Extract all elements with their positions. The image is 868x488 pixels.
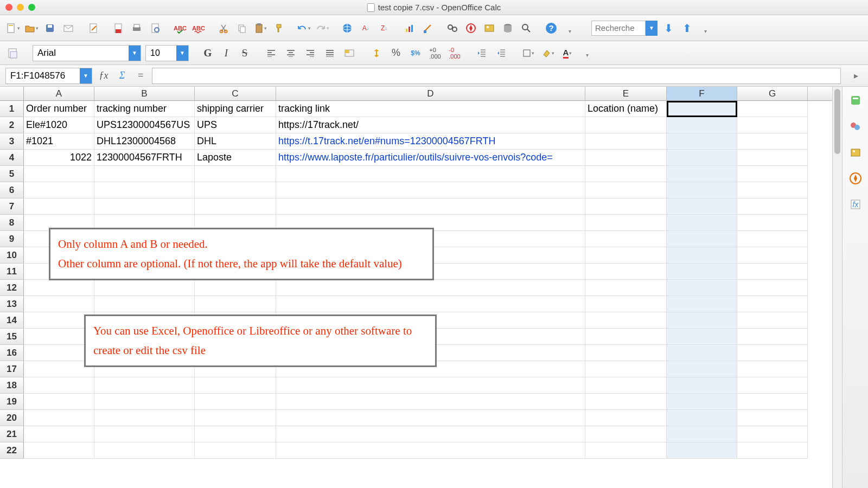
row-header[interactable]: 4 bbox=[0, 150, 24, 166]
cell-D19[interactable] bbox=[276, 394, 585, 410]
cell-D13[interactable] bbox=[276, 296, 585, 312]
row-header[interactable]: 10 bbox=[0, 247, 24, 264]
column-header-G[interactable]: G bbox=[737, 87, 808, 100]
cell-B7[interactable] bbox=[94, 198, 195, 215]
cell-F6[interactable] bbox=[667, 182, 737, 198]
vertical-scrollbar[interactable] bbox=[832, 87, 842, 488]
cell-G7[interactable] bbox=[737, 198, 808, 215]
column-header-C[interactable]: C bbox=[195, 87, 276, 100]
cell-C20[interactable] bbox=[195, 410, 276, 426]
cell-E7[interactable] bbox=[585, 198, 667, 215]
cell-G13[interactable] bbox=[737, 296, 808, 312]
row-header[interactable]: 16 bbox=[0, 345, 24, 361]
styles-button[interactable] bbox=[5, 46, 21, 61]
cell-F1[interactable] bbox=[667, 101, 737, 117]
column-header-E[interactable]: E bbox=[585, 87, 667, 100]
decrease-indent-button[interactable] bbox=[474, 46, 489, 61]
row-header[interactable]: 8 bbox=[0, 215, 24, 231]
cell-A13[interactable] bbox=[24, 296, 94, 312]
cell-F13[interactable] bbox=[667, 296, 737, 312]
cell-G18[interactable] bbox=[737, 377, 808, 394]
cell-D4[interactable]: https://www.laposte.fr/particulier/outil… bbox=[276, 150, 585, 166]
cell-D18[interactable] bbox=[276, 377, 585, 394]
borders-button[interactable]: ▾ bbox=[521, 46, 536, 61]
cell-D1[interactable]: tracking link bbox=[276, 101, 585, 117]
help-button[interactable]: ? bbox=[544, 21, 559, 36]
number-format-button[interactable]: $% bbox=[408, 46, 423, 61]
cell-C2[interactable]: UPS bbox=[195, 117, 276, 133]
cell-C4[interactable]: Laposte bbox=[195, 150, 276, 166]
edit-doc-button[interactable] bbox=[86, 21, 101, 36]
italic-button[interactable]: I bbox=[219, 46, 233, 60]
cell-F2[interactable] bbox=[667, 117, 737, 133]
cell-A7[interactable] bbox=[24, 198, 94, 215]
search-down-button[interactable]: ⬇ bbox=[661, 21, 676, 36]
cell-G19[interactable] bbox=[737, 394, 808, 410]
cell-B12[interactable] bbox=[94, 280, 195, 296]
cell-C22[interactable] bbox=[195, 442, 276, 459]
navigator-button[interactable] bbox=[463, 21, 478, 36]
cell-A20[interactable] bbox=[24, 410, 94, 426]
cell-F16[interactable] bbox=[667, 345, 737, 361]
cell-G12[interactable] bbox=[737, 280, 808, 296]
cell-D12[interactable] bbox=[276, 280, 585, 296]
expand-formula-bar-button[interactable]: ▸ bbox=[850, 69, 863, 82]
spellcheck-button[interactable]: ABC bbox=[173, 21, 188, 36]
toolbar-overflow[interactable]: ▾ bbox=[562, 23, 577, 38]
row-header[interactable]: 17 bbox=[0, 361, 24, 377]
close-window-button[interactable] bbox=[5, 4, 12, 11]
cell-A1[interactable]: Order number bbox=[24, 101, 94, 117]
cell-C13[interactable] bbox=[195, 296, 276, 312]
cell-D21[interactable] bbox=[276, 426, 585, 442]
background-color-button[interactable]: ▾ bbox=[540, 46, 556, 61]
cell-E20[interactable] bbox=[585, 410, 667, 426]
bold-button[interactable]: G bbox=[201, 46, 215, 60]
underline-button[interactable]: S bbox=[238, 46, 252, 60]
row-header[interactable]: 15 bbox=[0, 329, 24, 345]
row-header[interactable]: 19 bbox=[0, 394, 24, 410]
row-header[interactable]: 18 bbox=[0, 377, 24, 394]
row-header[interactable]: 9 bbox=[0, 231, 24, 247]
cell-C1[interactable]: shipping carrier bbox=[195, 101, 276, 117]
cell-A12[interactable] bbox=[24, 280, 94, 296]
zoom-button[interactable] bbox=[519, 21, 534, 36]
cell-E10[interactable] bbox=[585, 247, 667, 264]
cell-B21[interactable] bbox=[94, 426, 195, 442]
export-pdf-button[interactable] bbox=[111, 21, 126, 36]
cell-A2[interactable]: Ele#1020 bbox=[24, 117, 94, 133]
cell-B22[interactable] bbox=[94, 442, 195, 459]
function-button[interactable]: = bbox=[133, 69, 148, 83]
cell-E14[interactable] bbox=[585, 312, 667, 329]
styles-panel-button[interactable] bbox=[847, 118, 864, 134]
font-size-select[interactable]: 10 ▼ bbox=[145, 45, 189, 61]
cell-B19[interactable] bbox=[94, 394, 195, 410]
row-header[interactable]: 1 bbox=[0, 101, 24, 117]
gallery-panel-button[interactable] bbox=[847, 144, 864, 160]
cell-C12[interactable] bbox=[195, 280, 276, 296]
hyperlink-button[interactable] bbox=[340, 21, 355, 36]
find-replace-button[interactable] bbox=[445, 21, 460, 36]
cell-F14[interactable] bbox=[667, 312, 737, 329]
datasources-button[interactable] bbox=[500, 21, 515, 36]
cut-button[interactable] bbox=[216, 21, 231, 36]
cell-E16[interactable] bbox=[585, 345, 667, 361]
remove-decimal-button[interactable]: -0.000 bbox=[447, 46, 462, 61]
cell-G22[interactable] bbox=[737, 442, 808, 459]
row-header[interactable]: 13 bbox=[0, 296, 24, 312]
cell-B3[interactable]: DHL12300004568 bbox=[94, 133, 195, 150]
font-color-button[interactable]: A▾ bbox=[560, 46, 575, 61]
maximize-window-button[interactable] bbox=[28, 4, 35, 11]
cell-G2[interactable] bbox=[737, 117, 808, 133]
cell-B1[interactable]: tracking number bbox=[94, 101, 195, 117]
formula-input[interactable] bbox=[152, 68, 841, 84]
cell-G8[interactable] bbox=[737, 215, 808, 231]
currency-button[interactable] bbox=[369, 46, 384, 61]
cell-A18[interactable] bbox=[24, 377, 94, 394]
email-button[interactable] bbox=[61, 21, 76, 36]
add-decimal-button[interactable]: +0.000 bbox=[427, 46, 443, 61]
formatting-overflow[interactable]: ▾ bbox=[579, 47, 595, 62]
cell-D6[interactable] bbox=[276, 182, 585, 198]
row-header[interactable]: 7 bbox=[0, 198, 24, 215]
cell-E19[interactable] bbox=[585, 394, 667, 410]
sort-desc-button[interactable]: Z↓ bbox=[376, 21, 392, 36]
